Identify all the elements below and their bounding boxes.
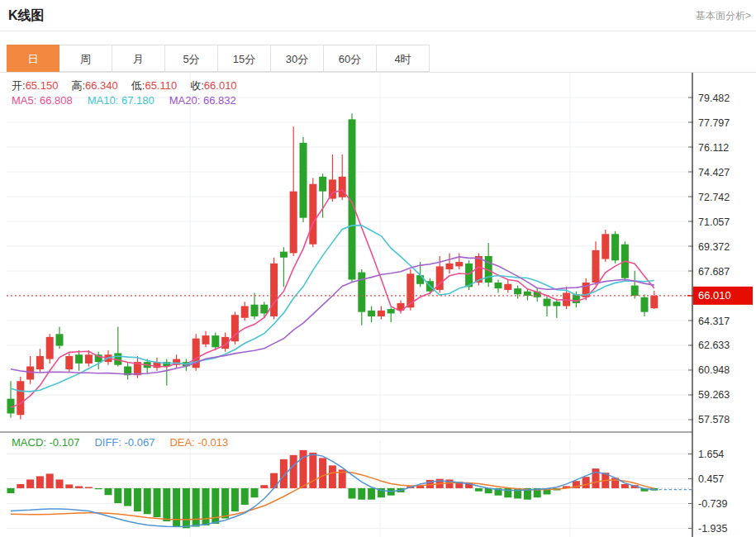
y-axis-label: 60.948 bbox=[698, 364, 730, 376]
tab-60min[interactable]: 60分 bbox=[324, 45, 377, 72]
macd-hist-bar[interactable] bbox=[183, 488, 190, 528]
y-axis-label: 76.112 bbox=[698, 142, 729, 154]
tab-day[interactable]: 日 bbox=[7, 45, 59, 72]
macd-hist-bar[interactable] bbox=[241, 488, 249, 505]
y-axis-label: 72.742 bbox=[698, 192, 730, 203]
macd-hist-bar[interactable] bbox=[17, 484, 24, 488]
macd-hist-bar[interactable] bbox=[582, 477, 590, 488]
candle-body[interactable] bbox=[56, 334, 64, 345]
macd-hist-bar[interactable] bbox=[65, 484, 73, 488]
candle-body[interactable] bbox=[631, 286, 639, 296]
macd-hist-bar[interactable] bbox=[75, 486, 83, 488]
macd-hist-bar[interactable] bbox=[114, 488, 121, 503]
fundamental-analysis-link[interactable]: 基本面分析> bbox=[696, 9, 751, 23]
macd-hist-bar[interactable] bbox=[349, 488, 356, 499]
macd-hist-bar[interactable] bbox=[144, 488, 151, 514]
candle-body[interactable] bbox=[592, 250, 600, 283]
candle-body[interactable] bbox=[300, 143, 307, 218]
tab-month[interactable]: 月 bbox=[112, 45, 165, 72]
candle-body[interactable] bbox=[212, 335, 219, 347]
period-tabs: 日 周 月 5分 15分 30分 60分 4时 bbox=[0, 45, 756, 73]
macd-hist-bar[interactable] bbox=[621, 484, 629, 488]
candle-body[interactable] bbox=[514, 288, 521, 294]
candle-body[interactable] bbox=[319, 177, 326, 192]
tab-15min[interactable]: 15分 bbox=[218, 45, 271, 72]
macd-axis-label: -0.739 bbox=[698, 498, 727, 510]
macd-hist-bar[interactable] bbox=[319, 458, 326, 488]
candle-body[interactable] bbox=[309, 184, 316, 245]
chart-area: 79.48277.79776.11274.42772.74271.05769.3… bbox=[0, 73, 756, 537]
candle-body[interactable] bbox=[446, 264, 454, 269]
candle-body[interactable] bbox=[65, 356, 73, 369]
tab-30min[interactable]: 30分 bbox=[271, 45, 324, 72]
candle-body[interactable] bbox=[504, 284, 511, 290]
candle-body[interactable] bbox=[202, 335, 210, 345]
macd-hist-bar[interactable] bbox=[221, 488, 229, 519]
macd-hist-bar[interactable] bbox=[270, 473, 278, 488]
candle-body[interactable] bbox=[26, 366, 34, 379]
kline-chart[interactable]: 79.48277.79776.11274.42772.74271.05769.3… bbox=[0, 73, 756, 537]
candle-body[interactable] bbox=[378, 311, 385, 316]
y-axis-label: 59.263 bbox=[698, 389, 730, 401]
macd-hist-bar[interactable] bbox=[154, 488, 161, 517]
y-axis-label: 74.427 bbox=[698, 167, 730, 178]
tab-5min[interactable]: 5分 bbox=[165, 45, 218, 72]
macd-hist-bar[interactable] bbox=[173, 488, 180, 527]
candle-body[interactable] bbox=[455, 262, 463, 266]
candle-body[interactable] bbox=[270, 264, 278, 316]
candle-body[interactable] bbox=[290, 192, 297, 254]
macd-hist-bar[interactable] bbox=[7, 488, 15, 493]
macd-hist-bar[interactable] bbox=[475, 488, 483, 492]
candle-body[interactable] bbox=[280, 252, 288, 258]
candle-body[interactable] bbox=[416, 275, 424, 284]
macd-axis-label: 1.654 bbox=[698, 449, 724, 460]
macd-hist-bar[interactable] bbox=[202, 488, 210, 525]
candle-body[interactable] bbox=[601, 234, 609, 259]
candle-body[interactable] bbox=[75, 354, 83, 364]
tab-week[interactable]: 周 bbox=[59, 45, 112, 72]
page-title: K线图 bbox=[8, 7, 45, 25]
macd-hist-bar[interactable] bbox=[85, 487, 93, 488]
candle-body[interactable] bbox=[260, 305, 268, 314]
candle-body[interactable] bbox=[251, 305, 259, 316]
macd-hist-bar[interactable] bbox=[231, 488, 239, 511]
macd-hist-bar[interactable] bbox=[368, 488, 375, 500]
candle-body[interactable] bbox=[36, 356, 44, 369]
macd-hist-bar[interactable] bbox=[105, 488, 112, 495]
macd-hist-bar[interactable] bbox=[290, 455, 297, 488]
macd-hist-bar[interactable] bbox=[329, 465, 336, 488]
candle-body[interactable] bbox=[650, 296, 658, 308]
macd-axis-label: -1.935 bbox=[698, 523, 727, 535]
candle-body[interactable] bbox=[241, 306, 249, 317]
macd-hist-bar[interactable] bbox=[46, 473, 54, 488]
y-axis-label: 64.317 bbox=[698, 316, 730, 327]
macd-hist-bar[interactable] bbox=[251, 488, 259, 497]
macd-hist-bar[interactable] bbox=[260, 485, 268, 488]
macd-hist-bar[interactable] bbox=[193, 488, 200, 527]
candle-body[interactable] bbox=[495, 283, 502, 288]
candle-body[interactable] bbox=[46, 337, 54, 359]
y-axis-label: 79.482 bbox=[698, 93, 730, 104]
macd-hist-bar[interactable] bbox=[95, 488, 102, 489]
price-badge-label: 66.010 bbox=[698, 289, 731, 302]
macd-hist-bar[interactable] bbox=[36, 476, 44, 488]
y-axis-label: 67.687 bbox=[698, 266, 730, 278]
candle-body[interactable] bbox=[85, 354, 93, 364]
y-axis-label: 71.057 bbox=[698, 216, 730, 228]
candle-body[interactable] bbox=[388, 309, 395, 313]
tab-4hour[interactable]: 4时 bbox=[377, 45, 430, 72]
macd-hist-bar[interactable] bbox=[56, 479, 64, 488]
macd-hist-bar[interactable] bbox=[134, 488, 141, 511]
macd-hist-bar[interactable] bbox=[358, 488, 365, 500]
y-axis-label: 57.578 bbox=[698, 414, 730, 425]
candle-body[interactable] bbox=[641, 297, 649, 312]
macd-hist-bar[interactable] bbox=[124, 488, 131, 506]
candle-body[interactable] bbox=[553, 302, 560, 306]
macd-hist-bar[interactable] bbox=[26, 479, 34, 488]
candle-body[interactable] bbox=[17, 381, 24, 415]
candle-body[interactable] bbox=[544, 299, 551, 307]
y-axis-label: 69.372 bbox=[698, 241, 730, 253]
macd-hist-bar[interactable] bbox=[163, 488, 170, 521]
candle-body[interactable] bbox=[368, 311, 375, 316]
candle-body[interactable] bbox=[611, 234, 619, 260]
